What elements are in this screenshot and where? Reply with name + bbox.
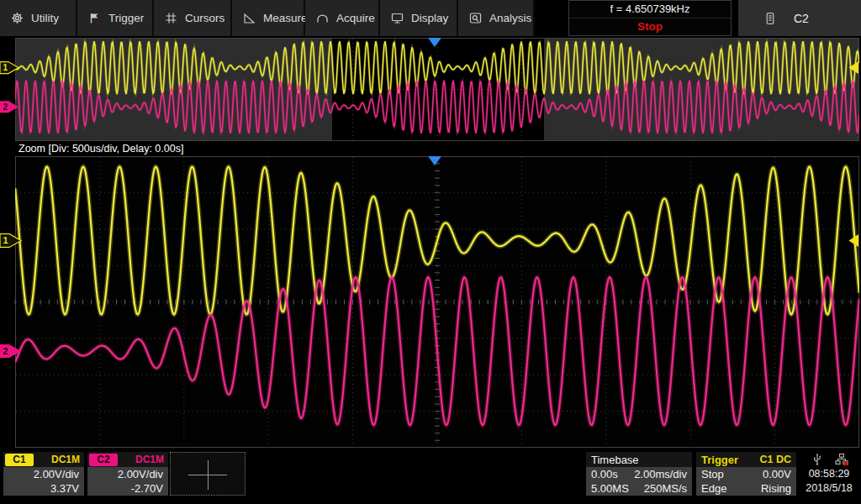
channel-c2-box[interactable]: C2 DC1M 2.00V/div -2.70V [87, 452, 168, 496]
status-bar: C1 DC1M 2.00V/div 3.37V C2 DC1M 2.00V/di… [0, 450, 861, 504]
clock-date: 2018/5/18 [797, 481, 861, 496]
menu-cursors[interactable]: Cursors [154, 0, 232, 36]
c1-scale: 2.00V/div [3, 467, 84, 481]
menu-utility[interactable]: Utility [0, 0, 77, 36]
c2-offset: -2.70V [87, 481, 168, 496]
timebase-memory: 5.00MS [591, 482, 629, 495]
menu-trigger[interactable]: Trigger [77, 0, 154, 36]
zoom-waveform-view[interactable]: 12 [0, 156, 861, 448]
active-menu-label: C2 [794, 12, 809, 25]
svg-text:2: 2 [3, 102, 8, 112]
acquire-icon [316, 12, 329, 24]
menu-utility-label: Utility [31, 12, 59, 24]
flag-icon [88, 12, 101, 24]
svg-text:1: 1 [3, 235, 8, 245]
channel-c1-box[interactable]: C1 DC1M 2.00V/div 3.37V [3, 452, 84, 496]
c1-offset: 3.37V [3, 481, 84, 496]
timebase-samplerate: 250MS/s [644, 482, 687, 495]
svg-text:1: 1 [3, 63, 8, 72]
menu-display-label: Display [411, 12, 448, 24]
network-error-icon [835, 453, 848, 466]
clipboard-icon [763, 12, 777, 25]
menu-measure-label: Measure [263, 12, 308, 24]
timebase-box[interactable]: Timebase 0.00s 2.00ms/div 5.00MS 250MS/s [586, 452, 692, 496]
main-waveform-view[interactable]: 12 [0, 38, 861, 141]
active-menu-button[interactable]: C2 [738, 0, 861, 36]
clock-time: 08:58:29 [797, 467, 861, 481]
c1-chip: C1 [5, 454, 34, 466]
oscilloscope-screen: Utility Trigger Cursors Measure [0, 0, 861, 504]
menu-cursors-label: Cursors [185, 12, 224, 24]
add-trace-button[interactable] [170, 452, 246, 496]
c1-coupling: DC1M [51, 454, 84, 465]
timebase-scale: 2.00ms/div [634, 468, 687, 480]
timebase-delay: 0.00s [591, 468, 618, 480]
menu-acquire[interactable]: Acquire [305, 0, 380, 36]
c2-coupling: DC1M [135, 454, 168, 465]
gear-icon [11, 12, 24, 24]
trigger-title: Trigger [696, 454, 738, 466]
trigger-mode: Stop [701, 468, 724, 480]
trigger-level: 0.00V [763, 468, 791, 480]
acquisition-state: Stop [569, 18, 731, 35]
svg-text:2: 2 [3, 346, 8, 356]
display-icon [391, 12, 404, 24]
c2-chip: C2 [89, 454, 118, 466]
analysis-icon [469, 12, 482, 24]
c2-scale: 2.00V/div [87, 467, 168, 481]
measure-icon [243, 12, 256, 24]
trigger-slope: Rising [761, 482, 791, 495]
trigger-frequency-counter: f = 4.650739kHz Stop [568, 0, 732, 36]
trigger-type: Edge [701, 482, 726, 495]
menu-analysis[interactable]: Analysis [458, 0, 535, 36]
zoom-info-bar: Zoom [Div: 500us/div, Delay: 0.00s] [0, 141, 861, 156]
menu-bar: Utility Trigger Cursors Measure [0, 0, 861, 36]
usb-icon [811, 453, 824, 466]
cursors-icon [165, 12, 177, 24]
trigger-source: C1 DC [759, 454, 796, 465]
menu-trigger-label: Trigger [108, 12, 144, 24]
frequency-readout: f = 4.650739kHz [569, 1, 731, 18]
trigger-box[interactable]: Trigger C1 DC Stop 0.00V Edge Rising [696, 452, 796, 496]
menu-analysis-label: Analysis [489, 12, 531, 24]
menu-acquire-label: Acquire [336, 12, 375, 24]
menu-measure[interactable]: Measure [232, 0, 305, 36]
menu-display[interactable]: Display [380, 0, 458, 36]
clock-box: 08:58:29 2018/5/18 [797, 452, 861, 496]
timebase-title: Timebase [586, 454, 639, 466]
plus-icon [208, 460, 209, 490]
